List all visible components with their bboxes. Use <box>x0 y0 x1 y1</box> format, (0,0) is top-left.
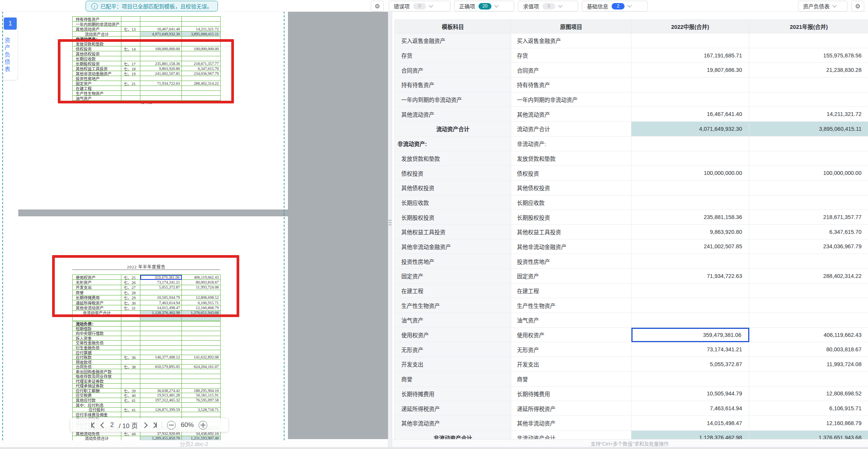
cell-2022-value[interactable] <box>631 92 749 107</box>
header-2022-interim: 2022中报(合并) <box>631 20 749 33</box>
cell-2021-value[interactable] <box>749 254 868 269</box>
filter-basic-info[interactable]: 基础信息 2 <box>582 1 648 11</box>
cell-2022-value[interactable] <box>631 372 749 387</box>
doc-cell: 短期借款 <box>73 327 121 332</box>
cell-2022-value[interactable] <box>631 313 749 328</box>
cell-2022-value[interactable] <box>631 284 749 298</box>
doc-cell <box>140 22 182 27</box>
filter-evaluate-items[interactable]: 求值项 0 <box>518 1 578 11</box>
doc-cell: 七、36 <box>121 355 140 360</box>
cell-2021-value[interactable] <box>749 151 868 166</box>
cell-2021-value[interactable]: 6,106,915.71 <box>749 401 868 416</box>
prev-page-icon[interactable] <box>101 422 105 428</box>
cell-2021-value[interactable]: 218,671,357.77 <box>749 210 868 225</box>
cell-2022-value[interactable]: 19,807,686.30 <box>631 63 749 78</box>
doc-table-row: 其他应付款七、41197,312,465.3276,595,097.58 <box>73 398 221 403</box>
doc-cell <box>140 331 182 336</box>
cell-2022-value[interactable]: 1,128,376,462.98 <box>631 431 749 439</box>
total-pages: / 10 页 <box>119 420 138 430</box>
cell-2021-value[interactable] <box>749 372 868 387</box>
cell-2022-value[interactable]: 241,002,507.85 <box>631 240 749 254</box>
cell-2022-value[interactable] <box>631 181 749 195</box>
next-page-icon[interactable] <box>143 422 147 428</box>
cell-2021-value[interactable]: 288,402,314.22 <box>749 269 868 284</box>
filter-error-items[interactable]: 错误项 0 <box>389 1 450 11</box>
cell-2022-value[interactable]: 7,463,614.94 <box>631 401 749 416</box>
header-original-item: 原图项目 <box>511 20 631 33</box>
sheet-tab-card[interactable]: 1 资产负债表 <box>3 17 17 80</box>
cell-2021-value[interactable]: 12,160,868.79 <box>749 416 868 431</box>
comparison-table-row: 买入返售金融资产买入返售金融资产 <box>395 33 868 48</box>
cell-2021-value[interactable]: 21,238,830.28 <box>749 63 868 78</box>
cell-2022-value[interactable]: 16,467,641.40 <box>631 107 749 122</box>
cell-2021-value[interactable]: 12,808,698.52 <box>749 387 868 401</box>
chevron-down-icon <box>558 3 562 7</box>
doc-cell: 36,638,274.42 <box>140 389 182 393</box>
cell-2021-value[interactable] <box>749 181 868 195</box>
cell-2021-value[interactable] <box>749 136 868 151</box>
cell-2022-value[interactable]: 235,881,158.36 <box>631 210 749 225</box>
zoom-in-icon[interactable] <box>199 421 207 430</box>
cell-2021-value[interactable]: 6,347,615.70 <box>749 225 868 240</box>
cell-2022-value[interactable] <box>631 195 749 210</box>
cell-2021-value[interactable]: 100,000,000.00 <box>749 166 868 181</box>
zoom-out-icon[interactable] <box>167 421 176 430</box>
cell-original-item: 其他债权投资 <box>511 181 631 195</box>
cell-2021-value[interactable]: 14,211,321.72 <box>749 107 868 122</box>
cell-2022-value[interactable]: 359,479,381.06 <box>631 328 749 343</box>
cell-2021-value[interactable] <box>749 298 868 313</box>
cell-2022-value[interactable] <box>631 136 749 151</box>
cell-2022-value[interactable]: 100,000,000.00 <box>631 166 749 181</box>
panel-splitter[interactable] <box>388 0 392 447</box>
cell-2022-value[interactable]: 73,174,341.21 <box>631 342 749 357</box>
doc-cell: 650,579,895.05 <box>140 365 182 370</box>
cell-template-subject: 流动资产合计 <box>395 122 511 136</box>
cell-2021-value[interactable] <box>749 33 868 48</box>
cell-template-subject: 非流动资产合计 <box>395 431 511 439</box>
cell-2021-value[interactable]: 3,895,060,415.11 <box>749 122 868 136</box>
cell-2022-value[interactable]: 5,055,372.87 <box>631 357 749 372</box>
cell-2021-value[interactable]: 80,003,818.67 <box>749 342 868 357</box>
sheet-select[interactable]: 资产负债表 <box>798 1 847 11</box>
doc-table-row: 交易性金融负债 <box>73 341 221 346</box>
doc-cell: 七、44 <box>121 432 140 436</box>
cell-2022-value[interactable] <box>631 33 749 48</box>
cell-2022-value[interactable]: 4,071,649,932.30 <box>631 122 749 136</box>
filter-correct-items[interactable]: 正确项 20 <box>454 1 514 11</box>
sheet-tab-number[interactable]: 1 <box>4 17 17 30</box>
cell-2022-value[interactable] <box>631 254 749 269</box>
cell-2022-value[interactable]: 71,934,722.63 <box>631 269 749 284</box>
cell-2021-value[interactable]: 155,975,878.56 <box>749 48 868 63</box>
cell-2022-value[interactable]: 9,863,920.80 <box>631 225 749 240</box>
top-toolbar: i 已配平：项目已全部匹配到模板，且校验无误。 ⚙ 错误项 0 正确项 20 求… <box>0 0 868 12</box>
cell-2021-value[interactable]: 406,119,662.43 <box>749 328 868 343</box>
filter-label: 基础信息 <box>587 2 608 10</box>
cell-2022-value[interactable] <box>631 78 749 92</box>
doc-cell: 代理承销证券款 <box>73 384 121 389</box>
cell-original-item: 开发支出 <box>511 357 631 372</box>
doc-cell <box>140 369 182 374</box>
cell-2022-value[interactable]: 10,505,944.79 <box>631 387 749 401</box>
display-settings-button[interactable]: ⚙ <box>371 1 384 11</box>
cell-2021-value[interactable] <box>749 195 868 210</box>
cell-2021-value[interactable]: 1,376,651,943.68 <box>749 431 868 439</box>
cell-original-item: 无形资产 <box>511 342 631 357</box>
current-page[interactable]: 2 <box>110 421 114 429</box>
drag-handle-icon[interactable] <box>389 220 390 221</box>
doc-cell: 126,871,399.59 <box>140 408 182 413</box>
cell-2021-value[interactable] <box>749 78 868 92</box>
cell-2022-value[interactable]: 167,191,685.71 <box>631 48 749 63</box>
cell-2021-value[interactable] <box>749 313 868 328</box>
cell-2021-value[interactable]: 11,993,724.08 <box>749 357 868 372</box>
cell-2022-value[interactable] <box>631 151 749 166</box>
cell-2021-value[interactable]: 234,036,967.79 <box>749 240 868 254</box>
last-page-icon[interactable] <box>152 422 157 428</box>
cell-2022-value[interactable]: 14,015,498.47 <box>631 416 749 431</box>
doc-cell: 向中央银行借款 <box>73 331 121 336</box>
first-page-icon[interactable] <box>91 422 96 428</box>
cell-2022-value[interactable] <box>631 298 749 313</box>
comparison-table-row: 合同资产合同资产19,807,686.3021,238,830.28 <box>395 63 868 78</box>
cell-2021-value[interactable] <box>749 92 868 107</box>
table-settings-button[interactable]: ⚙ <box>851 1 864 11</box>
cell-2021-value[interactable] <box>749 284 868 298</box>
